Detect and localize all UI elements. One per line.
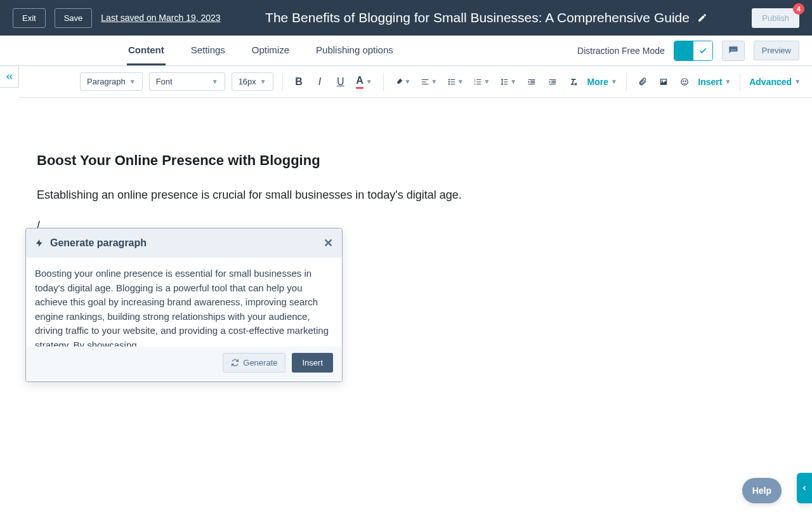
toggle-off[interactable]	[693, 41, 712, 60]
insert-label: Insert	[698, 77, 722, 87]
page-title: The Benefits of Blogging for Small Busin…	[265, 10, 690, 25]
tab-publishing[interactable]: Publishing options	[315, 36, 395, 65]
insert-button[interactable]: Insert	[292, 353, 333, 373]
advanced-menu[interactable]: Advanced ▼	[749, 77, 801, 87]
popover-footer: Generate Insert	[26, 347, 342, 381]
tab-content[interactable]: Content	[127, 36, 166, 65]
popover-body: Boosting your online presence is essenti…	[26, 258, 342, 347]
svg-point-8	[681, 78, 688, 85]
attachment-button[interactable]	[636, 73, 650, 91]
line-height-button[interactable]: ▼	[498, 73, 518, 91]
font-select[interactable]: Font ▼	[149, 72, 225, 91]
numbered-list-button[interactable]: 123 ▼	[472, 73, 492, 91]
distraction-mode-label: Distraction Free Mode	[577, 46, 665, 56]
indent-button[interactable]	[546, 73, 560, 91]
clear-format-button[interactable]	[566, 73, 581, 91]
caret-down-icon: ▼	[405, 78, 411, 85]
distraction-toggle[interactable]	[674, 41, 713, 61]
more-label: More	[587, 77, 608, 87]
popover-title: Generate paragraph	[35, 237, 147, 249]
exit-button[interactable]: Exit	[13, 8, 46, 28]
refresh-icon	[231, 359, 239, 367]
svg-point-2	[449, 83, 450, 84]
size-select[interactable]: 16px ▼	[232, 72, 273, 91]
header-center: The Benefits of Blogging for Small Busin…	[221, 10, 752, 25]
image-button[interactable]	[657, 73, 671, 91]
separator	[626, 73, 627, 91]
caret-down-icon: ▼	[510, 78, 516, 85]
expand-sidebar-button[interactable]	[0, 66, 19, 88]
italic-button[interactable]: I	[312, 73, 327, 91]
comment-button[interactable]	[722, 41, 745, 61]
formatting-toolbar: Paragraph ▼ Font ▼ 16px ▼ B I U A▼ ▼ ▼ ▼…	[19, 66, 812, 98]
emoji-button[interactable]	[677, 73, 691, 91]
caret-down-icon: ▼	[366, 78, 372, 85]
tabs: Content Settings Optimize Publishing opt…	[127, 36, 395, 65]
popover-title-text: Generate paragraph	[50, 237, 147, 249]
help-button[interactable]: Help	[742, 478, 782, 503]
highlight-button[interactable]: ▼	[393, 73, 413, 91]
generate-paragraph-popover: Generate paragraph ✕ Boosting your onlin…	[25, 228, 343, 382]
svg-point-10	[685, 81, 686, 81]
header-left: Exit Save Last saved on March 19, 2023	[13, 8, 221, 28]
more-button[interactable]: More ▼	[587, 77, 617, 87]
last-saved-link[interactable]: Last saved on March 19, 2023	[101, 13, 220, 23]
generate-label: Generate	[243, 358, 277, 367]
caret-down-icon: ▼	[457, 78, 464, 85]
tab-settings[interactable]: Settings	[190, 36, 226, 65]
top-header: Exit Save Last saved on March 19, 2023 T…	[0, 0, 812, 36]
caret-down-icon: ▼	[483, 78, 490, 85]
align-button[interactable]: ▼	[419, 73, 439, 91]
lightning-icon	[35, 238, 44, 248]
separator	[282, 73, 283, 91]
advanced-label: Advanced	[749, 77, 792, 87]
preview-button[interactable]: Preview	[754, 41, 799, 60]
separator	[740, 73, 740, 91]
bullet-list-button[interactable]: ▼	[445, 73, 466, 91]
save-button[interactable]: Save	[55, 8, 93, 28]
publish-button[interactable]: Publish	[752, 8, 799, 28]
bold-button[interactable]: B	[292, 73, 306, 91]
svg-point-1	[449, 81, 450, 82]
notification-badge[interactable]: 4	[793, 3, 804, 15]
toggle-on[interactable]	[674, 41, 693, 60]
caret-down-icon: ▼	[724, 78, 731, 85]
document-heading[interactable]: Boost Your Online Presence with Blogging	[37, 152, 794, 169]
header-right: Publish 4	[752, 8, 799, 28]
drawer-toggle[interactable]	[797, 473, 812, 503]
tab-optimize[interactable]: Optimize	[251, 36, 291, 65]
document-paragraph[interactable]: Establishing an online presence is cruci…	[37, 187, 794, 204]
underline-button[interactable]: U	[333, 73, 348, 91]
caret-down-icon: ▼	[129, 78, 136, 85]
insert-menu[interactable]: Insert ▼	[698, 77, 731, 87]
size-select-value: 16px	[239, 77, 256, 86]
close-icon[interactable]: ✕	[324, 236, 333, 250]
outdent-button[interactable]	[525, 73, 539, 91]
sub-nav: Content Settings Optimize Publishing opt…	[0, 36, 812, 66]
style-select-value: Paragraph	[87, 77, 126, 86]
font-select-value: Font	[156, 77, 173, 86]
generate-button[interactable]: Generate	[223, 353, 285, 373]
edit-title-icon[interactable]	[697, 13, 707, 23]
svg-point-0	[449, 79, 450, 80]
svg-text:3: 3	[475, 82, 476, 85]
caret-down-icon: ▼	[260, 78, 266, 85]
caret-down-icon: ▼	[212, 78, 218, 85]
popover-header: Generate paragraph ✕	[26, 228, 342, 258]
separator	[383, 73, 384, 91]
text-color-button[interactable]: A▼	[354, 73, 374, 91]
caret-down-icon: ▼	[431, 78, 437, 85]
style-select[interactable]: Paragraph ▼	[80, 72, 143, 91]
caret-down-icon: ▼	[794, 78, 801, 85]
sub-nav-right: Distraction Free Mode Preview	[577, 41, 799, 61]
svg-point-9	[683, 81, 684, 81]
caret-down-icon: ▼	[611, 78, 617, 85]
publish-wrap: Publish 4	[752, 8, 799, 28]
